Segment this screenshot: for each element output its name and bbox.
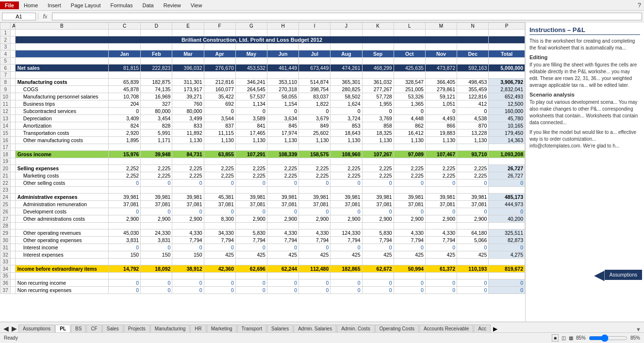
col-i-header[interactable]: I (299, 23, 330, 30)
table-row: 25 Administration remuneration 37,08137,… (0, 201, 525, 208)
assumptions-section: ◀ Assumptions (594, 267, 642, 283)
tab-hr[interactable]: HR (190, 325, 206, 332)
page-layout-icon[interactable]: ◫ (561, 335, 566, 341)
tab-cf[interactable]: CF (86, 325, 101, 332)
col-e-header[interactable]: E (172, 23, 204, 30)
admin-expenses-row: 24 Administrative expenses 39,98139,9813… (0, 194, 525, 201)
title-bar: File Home Insert Page Layout Formulas Da… (0, 0, 644, 11)
insert-menu[interactable]: Insert (43, 1, 66, 9)
gross-income-row: 18 Gross income 15,976 39,948 84,731 63,… (0, 151, 525, 158)
table-row: 32 Interest expenses 1501501504254254254… (0, 251, 525, 259)
col-k-header[interactable]: K (362, 23, 394, 30)
tab-transport[interactable]: Transport (237, 325, 266, 332)
view-menu[interactable]: View (186, 1, 207, 9)
page-layout-menu[interactable]: Page Layout (66, 1, 106, 9)
tab-marketing[interactable]: Marketing (207, 325, 237, 332)
normal-view-icon[interactable]: ■ (552, 334, 559, 342)
tab-nav-right[interactable]: ▶ (10, 325, 18, 332)
tab-operating-costs[interactable]: Operating Costs (375, 325, 419, 332)
assumptions-button[interactable]: Assumptions (605, 270, 642, 280)
table-row: 7 (0, 72, 525, 79)
zoom-label: 85% (630, 335, 640, 341)
table-row: 33 (0, 259, 525, 265)
col-h-header[interactable]: H (267, 23, 298, 30)
tab-salaries[interactable]: Salaries (267, 325, 293, 332)
table-row: 36 Non recurring income 000000000000 0 (0, 279, 525, 287)
col-g-header[interactable]: G (235, 23, 267, 30)
col-n-header[interactable]: N (457, 23, 489, 30)
selling-expenses-row: 20 Selling expenses 2,2522,2252,2252,225… (0, 165, 525, 172)
col-a-header[interactable]: A (11, 23, 15, 30)
spreadsheet-title: Brilliant Construction, Ltd. Profit and … (15, 36, 488, 44)
col-p-header[interactable]: P (489, 23, 525, 30)
col-m-header[interactable]: M (425, 23, 457, 30)
contact-text: If you like the model but would like to … (529, 129, 640, 149)
page-break-icon[interactable]: ▦ (569, 335, 573, 341)
tab-more[interactable]: ▼ (633, 327, 644, 332)
corner-header (0, 23, 11, 30)
spreadsheet-grid: A B C D E F G H I J K L M N P (0, 22, 525, 294)
spreadsheet-area: A B C D E F G H I J K L M N P (0, 22, 525, 322)
table-row: 17 (0, 144, 525, 151)
tab-bar: ◀ ▶ Assumptions PL BS CF Sales Projects … (0, 322, 644, 332)
col-d-header[interactable]: D (141, 23, 172, 30)
table-row: 28 (0, 223, 525, 229)
side-panel: Instructions – P&L This is the worksheet… (525, 22, 644, 322)
formulas-menu[interactable]: Formulas (106, 1, 138, 9)
table-row: 11 Business trips 2043277606921,1341,154… (0, 100, 525, 108)
home-menu[interactable]: Home (19, 1, 43, 9)
status-right: ■ ◫ ▦ 85% 85% (552, 334, 640, 342)
help-icon[interactable]: ? (635, 1, 644, 9)
col-f-header[interactable]: F (204, 23, 235, 30)
table-row: 27 Other administrations costs 2,9002,90… (0, 215, 525, 223)
side-panel-title: Instructions – P&L (529, 26, 640, 35)
tab-assumptions[interactable]: Assumptions (18, 325, 55, 332)
tab-admin-salaries[interactable]: Admin. Salaries (294, 325, 336, 332)
table-row: 12 Subcontracted services 080,00080,0000… (0, 108, 525, 115)
table-row: 26 Development costs 000000000000 0 (0, 208, 525, 215)
table-row: 19 (0, 158, 525, 165)
tab-pl[interactable]: PL (55, 325, 70, 332)
tab-accounts-receivable[interactable]: Accounts Receivable (419, 325, 473, 332)
tab-projects[interactable]: Projects (124, 325, 150, 332)
table-row: 16 Other manufacturing costs 1,8951,1711… (0, 137, 525, 144)
table-row: 1 (0, 30, 525, 36)
table-row: 10 Manufacturing personnel salaries 10,7… (0, 93, 525, 100)
file-menu[interactable]: File (0, 1, 19, 9)
tab-scroll-right[interactable]: ▶ (491, 326, 499, 332)
col-b-header[interactable]: B (15, 23, 108, 30)
formula-input[interactable] (52, 13, 642, 20)
editing-text: If you are filling the sheet with figure… (529, 62, 640, 89)
data-menu[interactable]: Data (137, 1, 158, 9)
table-row: 2 Brilliant Construction, Ltd. Profit an… (0, 36, 525, 44)
table-row: 22 Other selling costs 000000000000 0 (0, 180, 525, 187)
col-l-header[interactable]: L (394, 23, 425, 30)
tab-bs[interactable]: BS (71, 325, 86, 332)
editing-title: Editing (529, 54, 640, 60)
table-row: 29 Other operating revenues 45,03024,330… (0, 229, 525, 237)
formula-bar: fx (0, 11, 644, 22)
table-row: 37 Non recurring expenses 000000000000 0 (0, 287, 525, 294)
zoom-level: 85% (576, 335, 586, 341)
tab-sales[interactable]: Sales (102, 325, 123, 332)
name-box[interactable] (2, 13, 36, 20)
formula-icon: fx (40, 12, 50, 21)
tab-manufacturing[interactable]: Manufacturing (150, 325, 190, 332)
net-sales-row: 6 Net sales 81,815 222,823 396,032 276,6… (0, 65, 525, 72)
review-menu[interactable]: Review (159, 1, 186, 9)
manufacturing-costs-row: 8 Manufacturing costs 65,839182,875311,3… (0, 79, 525, 86)
table-row: 21 Marketing costs 2,2522,2252,2252,2252… (0, 172, 525, 180)
zoom-slider[interactable] (589, 335, 627, 342)
table-row: 3 (0, 44, 525, 50)
status-bar: Ready ■ ◫ ▦ 85% 85% (0, 332, 644, 343)
table-row: 35 (0, 273, 525, 279)
status-text: Ready (4, 335, 18, 341)
table-row: 5 (0, 58, 525, 65)
arrow-left-icon: ◀ (594, 267, 605, 283)
col-j-header[interactable]: J (330, 23, 362, 30)
tab-acc[interactable]: Acc (474, 325, 491, 332)
tab-nav-left[interactable]: ◀ (2, 325, 10, 332)
col-c-header[interactable]: C (108, 23, 140, 30)
tab-admin-costs[interactable]: Admin. Costs (337, 325, 374, 332)
month-header-row: 4 Jan Feb Mar Apr May Jun Jul Aug Sep Oc… (0, 50, 525, 58)
